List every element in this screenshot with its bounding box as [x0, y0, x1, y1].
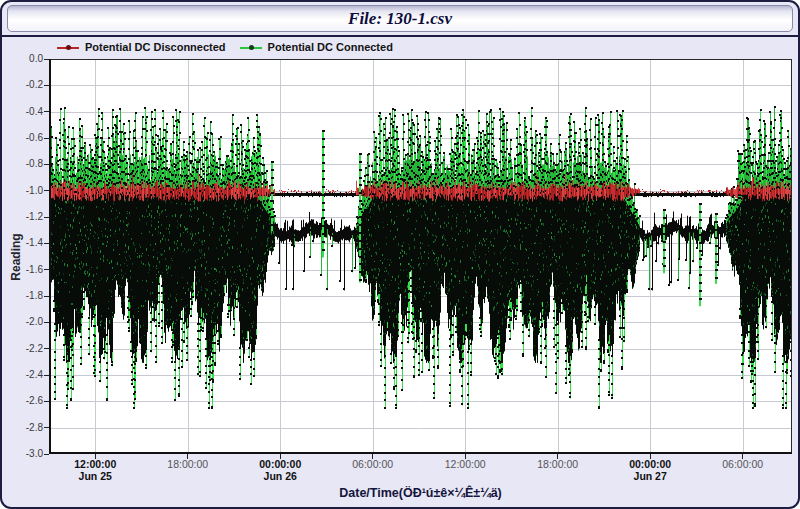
y-tick-label: -1.6 — [9, 264, 43, 275]
y-tick-label: -1.8 — [9, 290, 43, 301]
y-tick-label: -1.2 — [9, 211, 43, 222]
y-tick-mark — [44, 85, 49, 86]
y-tick-mark — [44, 296, 49, 297]
y-tick-mark — [44, 454, 49, 455]
y-tick-label: -1.0 — [9, 185, 43, 196]
x-tick-label: 06:00:00 — [352, 458, 393, 470]
x-tick-label: 12:00:00 — [445, 458, 486, 470]
y-tick-mark — [44, 59, 49, 60]
x-tick-label: 00:00:00 — [259, 458, 301, 470]
x-tick-label: 12:00:00 — [74, 458, 116, 470]
y-tick-label: -2.4 — [9, 369, 43, 380]
title-bar: File: 130-1.csv — [7, 5, 793, 32]
y-tick-label: 0.0 — [9, 53, 43, 64]
y-tick-mark — [44, 138, 49, 139]
y-tick-mark — [44, 217, 49, 218]
y-tick-mark — [44, 427, 49, 428]
y-tick-mark — [44, 190, 49, 191]
legend-label-connected: Potential DC Connected — [268, 41, 393, 53]
legend-item-disconnected: Potential DC Disconnected — [57, 41, 226, 53]
x-tick-date-label: Jun 26 — [264, 470, 297, 482]
y-tick-label: -2.6 — [9, 395, 43, 406]
window-title: File: 130-1.csv — [348, 9, 452, 28]
plot-canvas — [49, 59, 792, 454]
y-tick-label: -2.8 — [9, 422, 43, 433]
y-tick-mark — [44, 269, 49, 270]
x-tick-date-label: Jun 27 — [634, 470, 667, 482]
legend: Potential DC Disconnected Potential DC C… — [57, 40, 393, 54]
green-series-marker-icon — [240, 43, 262, 52]
y-tick-mark — [44, 348, 49, 349]
y-tick-label: -3.0 — [9, 448, 43, 459]
y-tick-label: -0.8 — [9, 158, 43, 169]
x-tick-label: 18:00:00 — [537, 458, 578, 470]
red-series-marker-icon — [57, 43, 79, 52]
title-separator — [2, 35, 798, 37]
y-tick-label: -1.4 — [9, 237, 43, 248]
y-tick-label: -0.4 — [9, 106, 43, 117]
x-axis-label: Date/Time(ÖÐ¹ú±ê×¼Ê±¼ä) — [49, 486, 792, 500]
y-tick-mark — [44, 164, 49, 165]
y-tick-mark — [44, 243, 49, 244]
chart-window: File: 130-1.csv Potential DC Disconnecte… — [0, 0, 800, 509]
x-tick-label: 00:00:00 — [629, 458, 671, 470]
y-tick-mark — [44, 111, 49, 112]
y-tick-label: -2.2 — [9, 343, 43, 354]
x-tick-date-label: Jun 25 — [79, 470, 112, 482]
y-tick-label: -0.6 — [9, 132, 43, 143]
y-tick-mark — [44, 401, 49, 402]
y-tick-label: -0.2 — [9, 79, 43, 90]
y-tick-mark — [44, 322, 49, 323]
x-tick-label: 18:00:00 — [167, 458, 208, 470]
legend-label-disconnected: Potential DC Disconnected — [85, 41, 226, 53]
legend-item-connected: Potential DC Connected — [240, 41, 393, 53]
y-tick-label: -2.0 — [9, 316, 43, 327]
y-tick-mark — [44, 375, 49, 376]
x-tick-label: 06:00:00 — [722, 458, 763, 470]
